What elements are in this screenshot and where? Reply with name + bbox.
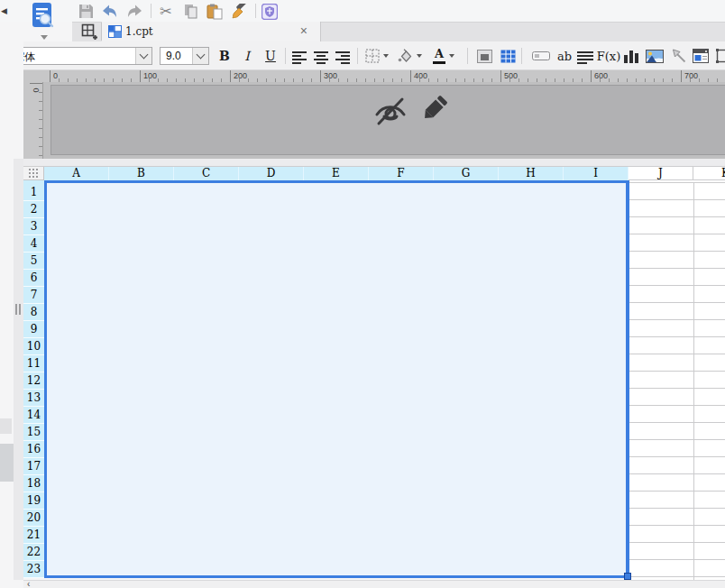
align-right-button[interactable] [335,45,353,67]
ruler-minor-tick [39,119,42,120]
align-center-button[interactable] [314,45,332,67]
collapsed-panel-tab[interactable] [0,418,12,434]
image-icon [646,50,664,63]
template-menu-button[interactable] [31,2,60,40]
column-header-C[interactable]: C [174,167,239,180]
row-header-6[interactable]: 6 [23,270,44,287]
column-header-J[interactable]: J [629,167,693,180]
column-header-F[interactable]: F [369,167,434,180]
bold-button[interactable]: B [216,45,234,67]
toolbar-separator [357,48,358,64]
insert-line-button[interactable] [669,45,689,67]
new-template-button[interactable] [78,23,102,41]
row-header-12[interactable]: 12 [23,372,44,390]
column-header-B[interactable]: B [109,167,174,180]
ruler-minor-tick [39,101,42,102]
row-header-8[interactable]: 8 [23,304,44,321]
tab-1cpt[interactable]: 1.cpt × [102,22,321,41]
align-left-button[interactable] [292,45,310,67]
toolbar-separator [151,4,151,18]
guard-button[interactable] [261,3,279,20]
table-icon [500,50,516,63]
row-header-11[interactable]: 11 [23,355,44,372]
row-header-4[interactable]: 4 [23,235,44,253]
tab-close-icon[interactable]: × [300,23,307,38]
pencil-icon [418,93,449,125]
insert-chart-button[interactable] [622,45,640,67]
insert-report-block-button[interactable] [691,45,711,67]
panel-icon [693,49,709,63]
horizontal-scrollbar[interactable]: ‹ [23,580,725,588]
edit-pane-button[interactable] [418,93,449,128]
insert-table-button[interactable] [498,45,518,67]
finereport-designer-window: ◀ ✂ [0,0,725,588]
font-color-button[interactable]: A [427,45,460,67]
fill-color-button[interactable] [395,45,424,67]
font-family-select[interactable]: 宋体 [7,47,152,65]
column-header-H[interactable]: H [499,167,564,180]
insert-widget-button[interactable] [530,45,552,67]
select-all-corner[interactable] [23,167,44,180]
italic-button[interactable]: I [238,45,256,67]
redo-icon [126,4,143,19]
format-painter-button[interactable] [230,3,248,20]
row-header-23[interactable]: 23 [23,561,44,578]
insert-image-button[interactable] [644,45,665,67]
row-header-3[interactable]: 3 [23,218,44,235]
column-header-I[interactable]: I [564,167,629,180]
hide-pane-button[interactable] [372,96,408,129]
collapsed-panel-tab[interactable] [0,444,14,482]
underline-button[interactable]: U [262,45,280,67]
scroll-left-arrow-icon[interactable]: ‹ [27,580,30,588]
column-header-D[interactable]: D [239,167,304,180]
copy-icon [183,4,198,19]
redo-button[interactable] [125,3,143,20]
chevron-down-icon [140,51,149,60]
font-size-dropdown-button[interactable] [192,48,208,64]
row-header-2[interactable]: 2 [23,201,44,218]
ruler-minor-tick [39,155,42,156]
insert-shape-button[interactable] [714,45,725,67]
borders-button[interactable] [362,45,391,67]
column-header-A[interactable]: A [44,167,109,180]
insert-formula-button[interactable]: F(x) [597,45,620,67]
cell-selection-region[interactable] [44,180,629,578]
undo-button[interactable] [100,3,118,20]
grip-bar [15,304,17,315]
row-header-14[interactable]: 14 [23,407,44,424]
rich-text-button[interactable] [577,45,597,67]
save-button[interactable] [77,3,95,20]
column-header-G[interactable]: G [434,167,499,180]
row-header-10[interactable]: 10 [23,338,44,355]
font-family-dropdown-button[interactable] [135,48,151,64]
ruler-tick-label: 100 [143,71,157,80]
insert-text-button[interactable]: ab [555,45,574,67]
row-header-19[interactable]: 19 [23,492,44,510]
copy-button[interactable] [181,3,199,20]
row-header-16[interactable]: 16 [23,441,44,458]
horizontal-ruler: 0100200300400500600700 [23,70,725,82]
collapse-left-arrow-icon[interactable]: ◀ [1,6,7,15]
row-header-5[interactable]: 5 [23,253,44,270]
column-header-E[interactable]: E [304,167,369,180]
row-header-15[interactable]: 15 [23,424,44,441]
font-size-select[interactable]: 9.0 [160,47,209,65]
row-header-20[interactable]: 20 [23,510,44,527]
row-header-21[interactable]: 21 [23,527,44,544]
row-header-1[interactable]: 1 [23,184,44,201]
row-header-17[interactable]: 17 [23,458,44,475]
row-header-22[interactable]: 22 [23,544,44,561]
row-header-7[interactable]: 7 [23,287,44,304]
cut-button[interactable]: ✂ [157,3,175,20]
merge-cells-button[interactable] [474,45,494,67]
paste-button[interactable] [206,3,224,20]
selection-resize-handle[interactable] [624,573,631,580]
font-size-value: 9.0 [166,50,181,62]
column-header-K[interactable]: K [693,167,725,180]
menu-dropdown-caret-icon [41,35,48,40]
row-header-18[interactable]: 18 [23,475,44,492]
row-header-9[interactable]: 9 [23,321,44,338]
splitter-grip[interactable] [15,304,22,315]
row-headers: 1234567891011121314151617181920212223 [23,180,44,578]
row-header-13[interactable]: 13 [23,390,44,407]
